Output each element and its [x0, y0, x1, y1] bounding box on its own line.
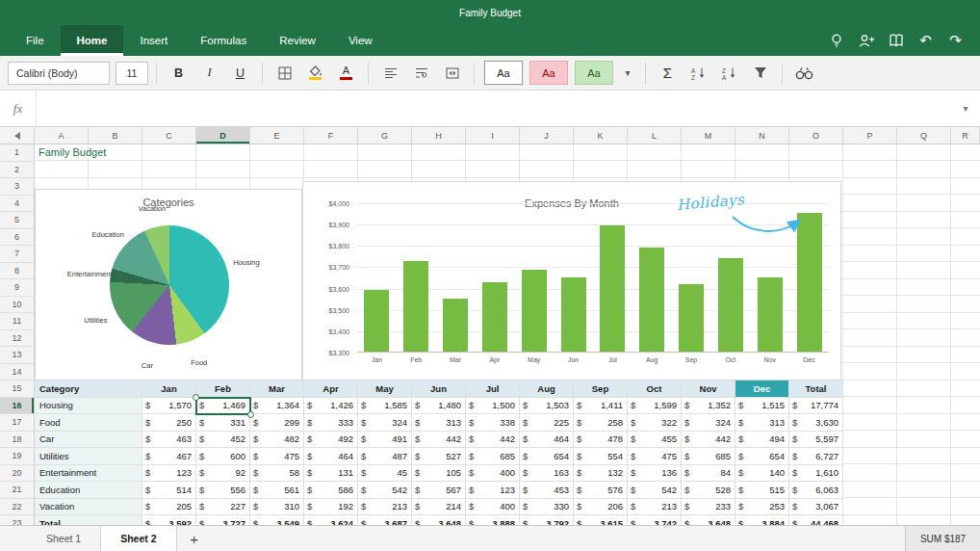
value-cell[interactable]: $322 [628, 414, 682, 432]
row-header-13[interactable]: 13 [0, 347, 34, 364]
value-cell[interactable]: $92 [196, 465, 250, 483]
row-header-12[interactable]: 12 [0, 330, 34, 348]
borders-button[interactable] [271, 61, 298, 86]
value-cell[interactable]: $478 [574, 432, 628, 449]
value-cell[interactable]: $542 [358, 482, 412, 499]
value-cell[interactable]: $258 [574, 414, 628, 432]
value-cell[interactable]: $3,687 [358, 515, 412, 525]
row-header-15[interactable]: 15 [0, 380, 34, 398]
value-cell[interactable]: $442 [412, 432, 466, 449]
value-cell[interactable]: $514 [142, 482, 196, 499]
redo-icon[interactable]: ↷ [941, 25, 970, 56]
column-header-a[interactable]: A [35, 127, 89, 144]
table-header-dec[interactable]: Dec [735, 380, 789, 398]
cell-style-bad-button[interactable]: Aa [529, 61, 568, 85]
value-cell[interactable]: $3,792 [520, 515, 574, 525]
underline-button[interactable]: U [226, 61, 254, 86]
value-cell[interactable]: $3,549 [250, 515, 304, 525]
value-cell[interactable]: $6,063 [789, 482, 843, 499]
value-cell[interactable]: $685 [466, 448, 520, 465]
value-cell[interactable]: $213 [628, 499, 682, 516]
table-header-oct[interactable]: Oct [628, 380, 682, 398]
value-cell[interactable]: $192 [304, 499, 358, 516]
value-cell[interactable]: $487 [358, 448, 412, 465]
cell-style-good-button[interactable]: Aa [575, 61, 613, 85]
value-cell[interactable]: $3,592 [142, 515, 196, 525]
row-header-19[interactable]: 19 [0, 448, 34, 465]
row-header-10[interactable]: 10 [0, 297, 34, 314]
formula-bar-expand-icon[interactable]: ▾ [951, 91, 980, 126]
value-cell[interactable]: $313 [735, 414, 789, 432]
value-cell[interactable]: $400 [466, 499, 520, 516]
row-header-4[interactable]: 4 [0, 196, 34, 213]
column-header-k[interactable]: K [574, 127, 628, 144]
value-cell[interactable]: $1,585 [358, 398, 412, 415]
value-cell[interactable]: $299 [250, 414, 304, 432]
category-cell[interactable]: Education [35, 482, 142, 499]
value-cell[interactable]: $227 [196, 499, 250, 516]
pie-chart[interactable]: Categories HousingFoodCarUtilitiesEntert… [35, 189, 302, 380]
value-cell[interactable]: $455 [628, 432, 682, 449]
formula-input[interactable] [37, 91, 951, 126]
sheet-tab-sheet-2[interactable]: Sheet 2 [100, 526, 176, 551]
value-cell[interactable]: $527 [412, 448, 466, 465]
ribbon-tab-review[interactable]: Review [263, 25, 332, 56]
value-cell[interactable]: $105 [412, 465, 466, 483]
ribbon-tab-home[interactable]: Home [61, 25, 124, 56]
value-cell[interactable]: $338 [466, 414, 520, 432]
column-header-d[interactable]: D [196, 127, 250, 144]
value-cell[interactable]: $3,630 [789, 414, 843, 432]
value-cell[interactable]: $84 [682, 465, 735, 483]
font-color-button[interactable]: A [332, 61, 360, 86]
merge-center-button[interactable] [438, 61, 466, 86]
value-cell[interactable]: $3,888 [466, 515, 520, 525]
value-cell[interactable]: $492 [304, 432, 358, 449]
totals-label-cell[interactable]: Total [35, 515, 142, 525]
value-cell[interactable]: $6,727 [789, 448, 843, 465]
table-header-jan[interactable]: Jan [142, 380, 196, 398]
value-cell[interactable]: $140 [735, 465, 789, 483]
row-header-7[interactable]: 7 [0, 246, 34, 263]
value-cell[interactable]: $3,615 [574, 515, 628, 525]
value-cell[interactable]: $482 [250, 432, 304, 449]
value-cell[interactable]: $324 [358, 414, 412, 432]
selection-handle-top-left[interactable] [193, 394, 199, 401]
row-header-22[interactable]: 22 [0, 499, 34, 516]
sort-descending-button[interactable]: ZA [715, 61, 743, 86]
value-cell[interactable]: $310 [250, 499, 304, 516]
value-cell[interactable]: $132 [574, 465, 628, 483]
value-cell[interactable]: $131 [304, 465, 358, 483]
table-header-total[interactable]: Total [789, 380, 843, 398]
table-header-may[interactable]: May [358, 380, 412, 398]
value-cell[interactable]: $5,597 [789, 432, 843, 449]
column-header-f[interactable]: F [304, 127, 358, 144]
value-cell[interactable]: $463 [142, 432, 196, 449]
row-header-21[interactable]: 21 [0, 482, 34, 499]
column-header-b[interactable]: B [89, 127, 142, 144]
value-cell[interactable]: $1,364 [250, 398, 304, 415]
value-cell[interactable]: $1,515 [735, 398, 789, 415]
value-cell[interactable]: $494 [735, 432, 789, 449]
value-cell[interactable]: $561 [250, 482, 304, 499]
value-cell[interactable]: $233 [682, 499, 735, 516]
value-cell[interactable]: $3,648 [682, 515, 735, 525]
value-cell[interactable]: $45 [358, 465, 412, 483]
value-cell[interactable]: $556 [196, 482, 250, 499]
value-cell[interactable]: $3,624 [304, 515, 358, 525]
ribbon-tab-insert[interactable]: Insert [123, 25, 184, 56]
value-cell[interactable]: $3,067 [789, 499, 843, 516]
value-cell[interactable]: $1,352 [682, 398, 735, 415]
value-cell[interactable]: $205 [142, 499, 196, 516]
ribbon-tab-formulas[interactable]: Formulas [184, 25, 263, 56]
cell-a1[interactable]: Family Budget [39, 146, 106, 158]
bar-chart[interactable]: Expenses By Month $4,000$3,900$3,800$3,7… [302, 181, 841, 380]
find-icon[interactable] [790, 61, 818, 86]
column-header-h[interactable]: H [412, 127, 466, 144]
bold-button[interactable]: B [165, 61, 193, 86]
add-sheet-button[interactable]: + [177, 526, 212, 551]
value-cell[interactable]: $313 [412, 414, 466, 432]
column-header-q[interactable]: Q [897, 127, 951, 144]
ribbon-tab-file[interactable]: File [10, 25, 61, 56]
value-cell[interactable]: $44,468 [789, 515, 843, 525]
lightbulb-icon[interactable] [821, 25, 851, 56]
